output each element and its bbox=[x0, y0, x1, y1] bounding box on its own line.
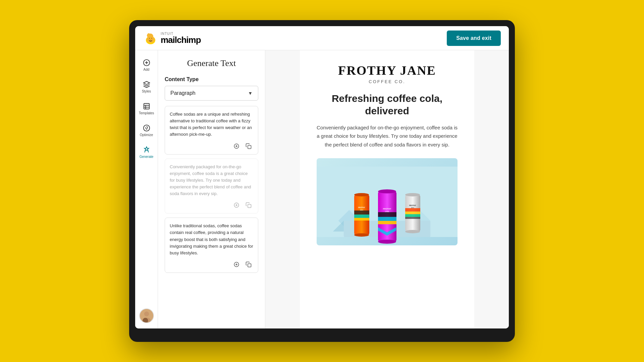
svg-point-49 bbox=[378, 189, 396, 193]
card-2-copy-button[interactable] bbox=[244, 200, 253, 210]
card-3-copy-button[interactable] bbox=[244, 260, 253, 269]
text-card-1-actions bbox=[170, 141, 253, 151]
email-preview: FROTHY JANE COFFEE CO. Refreshing coffee… bbox=[300, 50, 474, 328]
header: INTUIT mailchimp Save and exit bbox=[135, 26, 509, 50]
text-card-1-content: Coffee sodas are a unique and refreshing… bbox=[170, 111, 253, 138]
sidebar-item-styles-label: Styles bbox=[142, 89, 151, 93]
svg-text:JANE: JANE bbox=[385, 210, 389, 213]
generate-panel: Generate Text Content Type Paragraph ▼ C… bbox=[158, 50, 265, 328]
orange-can: FROTHY JANE bbox=[353, 192, 371, 237]
svg-rect-46 bbox=[378, 212, 396, 217]
text-card-2-content: Conveniently packaged for on-the-go enjo… bbox=[170, 164, 253, 197]
generate-icon bbox=[143, 146, 150, 154]
add-circle-icon bbox=[233, 143, 239, 149]
svg-rect-48 bbox=[378, 221, 396, 224]
svg-text:FROTHY: FROTHY bbox=[383, 208, 391, 210]
panel-title: Generate Text bbox=[165, 58, 258, 68]
svg-point-5 bbox=[148, 38, 149, 40]
sidebar-avatar[interactable] bbox=[139, 308, 154, 323]
save-exit-button[interactable]: Save and exit bbox=[447, 31, 501, 46]
sidebar-item-templates-label: Templates bbox=[139, 111, 154, 115]
svg-rect-38 bbox=[354, 210, 369, 215]
sidebar-item-add[interactable]: Add bbox=[137, 56, 156, 75]
white-can: FROTHY JANE bbox=[404, 192, 422, 234]
svg-point-50 bbox=[378, 240, 396, 244]
sidebar-item-optimize[interactable]: Optimize bbox=[137, 121, 156, 140]
preview-area: FROTHY JANE COFFEE CO. Refreshing coffee… bbox=[265, 50, 509, 328]
sidebar-item-templates[interactable]: Templates bbox=[137, 99, 156, 118]
laptop-notch bbox=[299, 20, 345, 26]
add-circle-icon bbox=[233, 261, 239, 267]
card-3-add-button[interactable] bbox=[232, 260, 241, 269]
content-type-label: Content Type bbox=[165, 76, 258, 82]
text-card-3-content: Unlike traditional sodas, coffee sodas c… bbox=[170, 223, 253, 256]
add-icon bbox=[143, 59, 150, 66]
email-headline: Refreshing coffee cola, delivered bbox=[317, 92, 458, 117]
text-card-2-actions bbox=[170, 200, 253, 210]
svg-text:JANE: JANE bbox=[411, 207, 414, 208]
templates-icon bbox=[143, 103, 150, 110]
svg-point-7 bbox=[149, 38, 150, 39]
svg-point-6 bbox=[152, 38, 154, 40]
logo-mailchimp-label: mailchimp bbox=[161, 36, 201, 44]
sidebar-item-styles[interactable]: Styles bbox=[137, 77, 156, 97]
sidebar-item-optimize-label: Optimize bbox=[140, 133, 153, 137]
avatar-svg bbox=[140, 309, 153, 322]
content-type-dropdown[interactable]: Paragraph ▼ bbox=[165, 86, 258, 101]
svg-point-42 bbox=[354, 233, 369, 237]
brand-sub: COFFEE CO. bbox=[317, 79, 458, 84]
product-image-area: FROTHY JANE bbox=[317, 158, 458, 245]
copy-icon bbox=[246, 261, 252, 267]
svg-text:JANE: JANE bbox=[360, 209, 363, 211]
avatar-image bbox=[139, 308, 154, 323]
sidebar-item-add-label: Add bbox=[144, 68, 150, 71]
add-circle-icon bbox=[233, 202, 239, 208]
card-1-add-button[interactable] bbox=[232, 141, 241, 151]
dropdown-value: Paragraph bbox=[170, 90, 196, 96]
svg-rect-55 bbox=[405, 208, 420, 212]
chevron-down-icon: ▼ bbox=[248, 90, 253, 96]
brand-name: FROTHY JANE bbox=[317, 64, 458, 78]
svg-rect-47 bbox=[378, 217, 396, 221]
card-1-copy-button[interactable] bbox=[244, 141, 253, 151]
email-body: Conveniently packaged for on-the-go enjo… bbox=[317, 123, 458, 149]
svg-rect-12 bbox=[144, 104, 149, 109]
sidebar-item-generate[interactable]: Generate bbox=[137, 143, 156, 162]
main-content: Add Styles bbox=[135, 50, 509, 328]
cans-container: FROTHY JANE bbox=[317, 158, 458, 245]
text-card-1: Coffee sodas are a unique and refreshing… bbox=[165, 106, 258, 155]
icon-sidebar: Add Styles bbox=[135, 50, 158, 328]
logo-text: INTUIT mailchimp bbox=[161, 32, 201, 44]
styles-icon bbox=[143, 81, 150, 88]
copy-icon bbox=[246, 143, 252, 149]
svg-rect-57 bbox=[405, 214, 420, 217]
svg-rect-39 bbox=[354, 215, 369, 218]
svg-text:FROTHY: FROTHY bbox=[358, 206, 365, 208]
text-card-2: Conveniently packaged for on-the-go enjo… bbox=[165, 159, 258, 214]
laptop-frame: INTUIT mailchimp Save and exit Add bbox=[129, 20, 515, 342]
svg-point-8 bbox=[151, 38, 152, 39]
svg-point-60 bbox=[405, 230, 420, 233]
svg-rect-58 bbox=[405, 217, 420, 219]
svg-rect-27 bbox=[248, 204, 251, 208]
laptop-screen: INTUIT mailchimp Save and exit Add bbox=[135, 26, 509, 328]
text-card-3-actions bbox=[170, 260, 253, 269]
svg-text:FROTHY: FROTHY bbox=[409, 204, 416, 206]
optimize-icon bbox=[143, 124, 150, 132]
mailchimp-logo-icon bbox=[143, 31, 158, 46]
card-2-add-button[interactable] bbox=[232, 200, 241, 210]
copy-icon bbox=[246, 202, 252, 208]
svg-point-16 bbox=[143, 125, 149, 131]
svg-point-17 bbox=[144, 311, 149, 316]
svg-rect-56 bbox=[405, 212, 420, 214]
pink-can: FROTHY JANE bbox=[376, 189, 398, 244]
logo-area: INTUIT mailchimp bbox=[143, 31, 201, 46]
svg-rect-40 bbox=[354, 218, 369, 221]
svg-point-41 bbox=[354, 193, 369, 196]
svg-rect-31 bbox=[248, 264, 251, 267]
text-card-3: Unlike traditional sodas, coffee sodas c… bbox=[165, 218, 258, 273]
svg-point-59 bbox=[405, 193, 420, 196]
sidebar-item-generate-label: Generate bbox=[140, 155, 154, 159]
svg-rect-23 bbox=[248, 145, 251, 148]
